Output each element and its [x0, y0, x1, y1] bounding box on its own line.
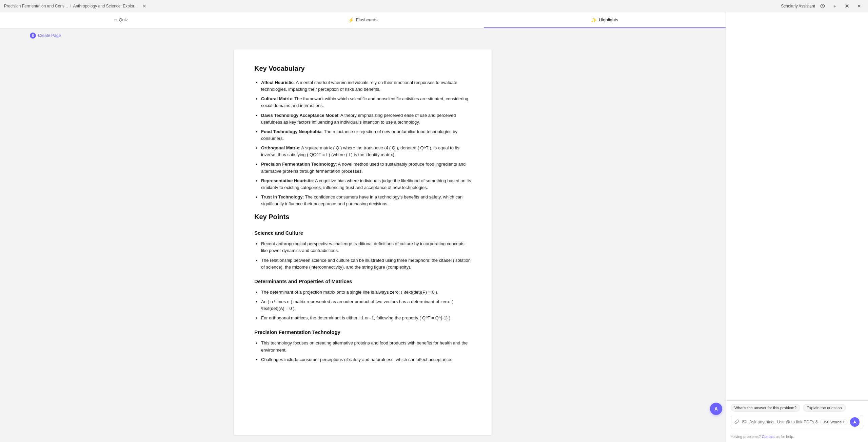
vocab-item-affect-heuristic: Affect Heuristic: A mental shortcut wher…: [261, 79, 471, 93]
vocab-item-davis: Davis Technology Acceptance Model: A the…: [261, 112, 471, 126]
doc-panel: ≡ Quiz ⚡ Flashcards ✨ Highlights S Creat…: [0, 12, 726, 442]
vocab-item-precision-fermentation: Precision Fermentation Technology: A nov…: [261, 161, 471, 174]
history-icon[interactable]: [818, 1, 827, 11]
matrices-list: The determinant of a projection matrix o…: [261, 289, 471, 322]
ai-send-button[interactable]: [850, 417, 860, 427]
ai-input-row: 350 Words ▾: [731, 415, 863, 429]
science-culture-item-2: The relationship between science and cul…: [261, 257, 471, 271]
breadcrumb-item-1[interactable]: Precision Fermentation and Cons...: [4, 4, 68, 8]
tab-quiz-label: Quiz: [119, 17, 128, 22]
image-icon[interactable]: [742, 419, 747, 425]
top-bar: Precision Fermentation and Cons... / Ant…: [0, 0, 868, 12]
ai-footer: Having problems? Contact us for help.: [726, 433, 868, 442]
close-panel-button[interactable]: ✕: [854, 1, 864, 11]
doc-avatar-button[interactable]: A: [710, 403, 722, 415]
vocab-term-neophobia: Food Technology Neophobia: [261, 129, 321, 134]
footer-contact-link[interactable]: Contact: [762, 435, 775, 439]
vocab-item-trust: Trust in Technology: The confidence cons…: [261, 194, 471, 207]
link-icon[interactable]: [734, 419, 739, 425]
breadcrumb-area: Precision Fermentation and Cons... / Ant…: [4, 1, 149, 11]
quiz-icon: ≡: [114, 17, 117, 23]
words-chevron-icon: ▾: [843, 420, 845, 424]
fermentation-list: This technology focuses on creating alte…: [261, 340, 471, 363]
matrices-heading: Determinants and Properties of Matrices: [254, 277, 471, 286]
fermentation-heading: Precision Fermentation Technology: [254, 328, 471, 336]
matrices-item-3: For orthogonal matrices, the determinant…: [261, 315, 471, 321]
vocab-term-cultural-matrix: Cultural Matrix: [261, 96, 292, 101]
fermentation-item-2: Challenges include consumer perceptions …: [261, 356, 471, 363]
top-bar-right: Scholarly Assistant + ✕: [781, 1, 864, 11]
document-scroll-area[interactable]: Key Vocabulary Affect Heuristic: A menta…: [0, 43, 726, 442]
key-vocabulary-heading: Key Vocabulary: [254, 63, 471, 74]
tab-flashcards-label: Flashcards: [356, 17, 378, 22]
key-points-heading: Key Points: [254, 211, 471, 222]
ai-panel: What's the answer for this problem? Expl…: [726, 12, 868, 442]
create-page-label: Create Page: [38, 33, 61, 38]
tab-highlights[interactable]: ✨ Highlights: [484, 12, 726, 28]
vocabulary-list: Affect Heuristic: A mental shortcut wher…: [261, 79, 471, 207]
words-badge[interactable]: 350 Words ▾: [820, 419, 847, 425]
footer-suffix: us for help.: [776, 435, 794, 439]
highlights-icon: ✨: [591, 17, 597, 23]
vocab-term-representative-heuristic: Representative Heuristic: [261, 178, 313, 183]
suggestion-chip-answer[interactable]: What's the answer for this problem?: [731, 404, 800, 412]
ai-chat-input[interactable]: [749, 420, 817, 424]
settings-icon[interactable]: [842, 1, 852, 11]
ai-panel-bottom: What's the answer for this problem? Expl…: [726, 400, 868, 433]
tab-quiz[interactable]: ≡ Quiz: [0, 12, 242, 28]
create-page-bar: S Create Page: [0, 28, 726, 43]
vocab-item-neophobia: Food Technology Neophobia: The reluctanc…: [261, 128, 471, 142]
scholarly-assistant-label: Scholarly Assistant: [781, 4, 815, 8]
ai-panel-content: [726, 12, 868, 400]
breadcrumb-separator: /: [70, 4, 71, 8]
matrices-item-2: An ( n \times n ) matrix represented as …: [261, 298, 471, 312]
words-count: 350 Words: [823, 420, 842, 424]
science-culture-list: Recent anthropological perspectives chal…: [261, 240, 471, 271]
tab-highlights-label: Highlights: [599, 17, 618, 22]
tabs-bar: ≡ Quiz ⚡ Flashcards ✨ Highlights: [0, 12, 726, 28]
science-culture-heading: Science and Culture: [254, 229, 471, 237]
footer-text: Having problems?: [731, 435, 761, 439]
fermentation-item-1: This technology focuses on creating alte…: [261, 340, 471, 353]
tab-flashcards[interactable]: ⚡ Flashcards: [242, 12, 484, 28]
matrices-item-1: The determinant of a projection matrix o…: [261, 289, 471, 296]
breadcrumb-item-2[interactable]: Anthropology and Science: Explor...: [73, 4, 137, 8]
close-tab-button[interactable]: ✕: [140, 1, 149, 11]
svg-point-1: [846, 5, 848, 6]
vocab-term-precision-fermentation: Precision Fermentation Technology: [261, 162, 336, 167]
main-layout: ≡ Quiz ⚡ Flashcards ✨ Highlights S Creat…: [0, 12, 868, 442]
add-button[interactable]: +: [830, 1, 840, 11]
document-content: Key Vocabulary Affect Heuristic: A menta…: [234, 49, 492, 435]
vocab-term-trust: Trust in Technology: [261, 194, 303, 199]
vocab-item-orthogonal: Orthogonal Matrix: A square matrix ( Q )…: [261, 145, 471, 158]
vocab-term-orthogonal: Orthogonal Matrix: [261, 145, 299, 150]
vocab-item-cultural-matrix: Cultural Matrix: The framework within wh…: [261, 96, 471, 109]
ai-suggestions-row: What's the answer for this problem? Expl…: [731, 404, 863, 412]
vocab-term-affect-heuristic: Affect Heuristic: [261, 80, 294, 85]
vocab-item-representative-heuristic: Representative Heuristic: A cognitive bi…: [261, 177, 471, 191]
flashcards-icon: ⚡: [348, 17, 354, 23]
create-page-button[interactable]: S Create Page: [27, 31, 63, 40]
science-culture-item-1: Recent anthropological perspectives chal…: [261, 240, 471, 254]
vocab-term-davis: Davis Technology Acceptance Model: [261, 113, 338, 118]
suggestion-chip-explain[interactable]: Explain the question: [803, 404, 846, 412]
create-page-icon: S: [30, 33, 36, 39]
